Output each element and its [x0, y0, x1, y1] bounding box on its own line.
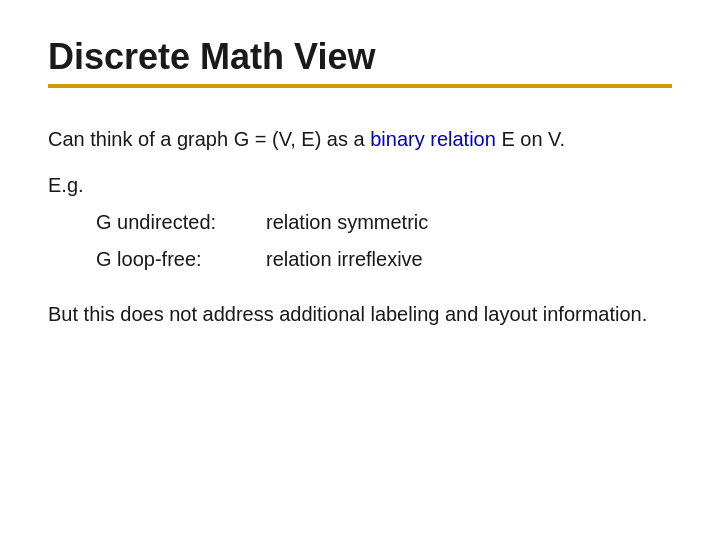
intro-paragraph: Can think of a graph G = (V, E) as a bin…	[48, 124, 672, 154]
item-value-0: relation symmetric	[266, 211, 428, 234]
list-item: G undirected: relation symmetric	[96, 211, 672, 234]
intro-highlight: binary relation	[370, 128, 496, 150]
slide-content: Can think of a graph G = (V, E) as a bin…	[48, 124, 672, 329]
item-value-1: relation irreflexive	[266, 248, 423, 271]
item-label-1: G loop-free:	[96, 248, 266, 271]
intro-text-before: Can think of a graph G = (V, E) as a	[48, 128, 370, 150]
item-label-0: G undirected:	[96, 211, 266, 234]
list-item: G loop-free: relation irreflexive	[96, 248, 672, 271]
indented-items: G undirected: relation symmetric G loop-…	[48, 211, 672, 271]
slide: Discrete Math View Can think of a graph …	[0, 0, 720, 540]
slide-title: Discrete Math View	[48, 36, 672, 78]
footer-paragraph: But this does not address additional lab…	[48, 299, 672, 329]
title-underline	[48, 84, 672, 88]
title-section: Discrete Math View	[48, 36, 672, 116]
intro-text-after: E on V.	[496, 128, 565, 150]
eg-label: E.g.	[48, 174, 672, 197]
